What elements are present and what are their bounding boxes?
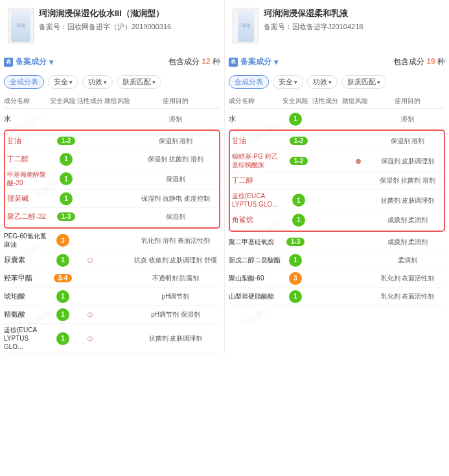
right-name-neopentyl: 新戊二醇二癸酸酯 xyxy=(229,256,281,264)
right-filter-row: 全成分表 安全 功效 肤质匹配 xyxy=(229,75,445,89)
right-purpose-polysorbate: 乳化剂 表面活性剂 xyxy=(370,274,445,282)
left-purpose-water: 溶剂 xyxy=(131,115,220,123)
left-row-peg32: 聚乙二醇-32 1-3 保湿剂 xyxy=(7,208,217,226)
left-row-paraben: 羟苯甲酯 3-4 不透明剂 防腐剂 xyxy=(4,269,220,288)
right-count-number: 19 xyxy=(426,57,435,66)
right-filter-all[interactable]: 全成分表 xyxy=(229,75,269,89)
right-safe-gangyou: 1-2 xyxy=(284,137,314,145)
right-row-cetyl: 鲸蜡基-PG 羟乙基棕榈酰胺 1-2 ☻ 保湿剂 皮肤调理剂 xyxy=(232,150,442,172)
left-safe-peg60: 3 xyxy=(49,234,76,247)
right-row-sorbitan: 山梨坦硬脂酸酯 1 乳化剂 表面活性剂 xyxy=(229,288,445,306)
left-safe-peg32: 1-3 xyxy=(52,212,80,221)
left-name-water: 水 xyxy=(4,114,49,123)
left-filter-efficacy[interactable]: 功效 xyxy=(82,75,113,89)
left-count-unit: 种 xyxy=(213,57,220,66)
left-product-header: 珂润 珂润润浸保湿化妆水III（滋润型） 备案号：国妆网备进字（沪）201900… xyxy=(4,4,220,47)
left-purpose-succinic: pH调节剂 xyxy=(131,292,220,300)
right-purpose-eucalyptus: 抗菌剂 皮肤调理剂 xyxy=(373,196,442,205)
right-row-water: 水 1 溶剂 xyxy=(229,110,445,128)
left-row-betaine: 甜菜碱 1 保湿剂 抗静电 柔度控制 xyxy=(7,190,217,208)
right-highlighted-group: 甘油 1-2 保湿剂 溶剂 鲸蜡基-PG 羟乙基棕榈酰胺 1-2 ☻ 保湿剂 皮… xyxy=(229,130,445,232)
left-safe-succinic: 1 xyxy=(49,290,76,303)
left-filter-skin[interactable]: 肤质匹配 xyxy=(117,75,161,89)
right-safe-sorbitan: 1 xyxy=(281,290,310,303)
right-beian-label: 备案成分 xyxy=(240,56,271,67)
right-table-header: 成分名称 安全风险 活性成分 致痘风险 使用目的 xyxy=(229,94,445,109)
right-count-unit: 种 xyxy=(437,57,445,66)
left-section-title: 表 备案成分 ▾ xyxy=(4,56,53,67)
left-count: 包含成分 12 种 xyxy=(168,56,220,67)
left-purpose-peg60: 乳化剂 溶剂 表面活性剂 xyxy=(131,236,220,245)
left-row-allantoin: 尿囊素 1 ☺ 抗炎 收敛剂 皮肤调理剂 舒缓 xyxy=(4,251,220,269)
left-row-water: 水 溶剂 xyxy=(4,110,220,128)
right-filter-safe[interactable]: 安全 xyxy=(273,75,303,89)
right-purpose-dimethicone: 成膜剂 柔润剂 xyxy=(370,238,445,246)
right-name-dingergol: 丁二醇 xyxy=(232,176,284,185)
left-filter-all[interactable]: 全成分表 xyxy=(4,75,44,89)
left-row-dingergol: 丁二醇 1 保湿剂 抗菌剂 溶剂 xyxy=(7,150,217,168)
right-th-purpose: 使用目的 xyxy=(370,96,445,106)
left-active-eucalyptus: ☺ xyxy=(76,334,104,343)
left-row-gangyou: 甘油 1-2 保湿剂 溶剂 xyxy=(7,132,217,150)
right-safe-dimethicone: 1-3 xyxy=(281,238,310,246)
left-safe-dingergol: 1 xyxy=(52,153,80,166)
right-section-title: 表 备案成分 ▾ xyxy=(229,56,278,67)
right-product-name: 珂润润浸保湿柔和乳液 xyxy=(264,8,441,19)
left-safe-betaine: 1 xyxy=(52,192,80,205)
right-filter-efficacy[interactable]: 功效 xyxy=(307,75,338,89)
right-row-neopentyl: 新戊二醇二癸酸酯 1 柔润剂 xyxy=(229,251,445,269)
left-product-name: 珂润润浸保湿化妆水III（滋润型） xyxy=(39,8,216,19)
right-row-dimethicone: 聚二甲基硅氧烷 1-3 成膜剂 柔润剂 xyxy=(229,233,445,251)
right-name-squalane: 角鲨烷 xyxy=(232,215,284,224)
right-row-dingergol: 丁二醇 保湿剂 抗菌剂 溶剂 xyxy=(232,172,442,190)
left-th-active: 活性成分 xyxy=(76,96,104,106)
left-name-methyl: 甲基葡糖醇聚醚-20 xyxy=(7,170,52,187)
right-name-water: 水 xyxy=(229,114,281,123)
left-purpose-eucalyptus: 抗菌剂 皮肤调理剂 xyxy=(131,334,220,343)
left-safe-arginine: 1 xyxy=(49,308,76,321)
right-product-image: 珂润 xyxy=(233,8,259,43)
left-safe-paraben: 3-4 xyxy=(49,274,76,282)
right-purpose-sorbitan: 乳化剂 表面活性剂 xyxy=(370,292,445,300)
left-name-arginine: 精氨酸 xyxy=(4,310,49,319)
left-dropdown-arrow[interactable]: ▾ xyxy=(49,58,53,67)
right-name-cetyl: 鲸蜡基-PG 羟乙基棕榈酰胺 xyxy=(232,152,284,169)
left-count-number: 12 xyxy=(201,57,210,66)
left-active-arginine: ☺ xyxy=(76,310,104,319)
left-purpose-peg32: 保湿剂 xyxy=(134,212,217,221)
left-th-name: 成分名称 xyxy=(4,96,49,106)
left-name-dingergol: 丁二醇 xyxy=(7,154,52,163)
right-safe-polysorbate: 3 xyxy=(281,272,310,285)
left-product-image: 珂润 xyxy=(8,8,34,43)
right-row-eucalyptus: 蓝桉(EUCALYPTUS GLO... 1 抗菌剂 皮肤调理剂 xyxy=(232,190,442,211)
left-purpose-arginine: pH调节剂 保湿剂 xyxy=(131,310,220,319)
right-name-polysorbate: 聚山梨酯-60 xyxy=(229,274,281,282)
right-th-safe: 安全风险 xyxy=(281,96,310,106)
right-count: 包含成分 19 种 xyxy=(393,56,445,67)
watermark-right3: 美丽修行 xyxy=(237,303,272,330)
left-safe-eucalyptus: 1 xyxy=(49,332,76,345)
right-name-gangyou: 甘油 xyxy=(232,136,284,145)
right-safe-eucalyptus: 1 xyxy=(284,194,314,207)
left-row-eucalyptus: 蓝桉(EUCALYPTUS GLO... 1 ☺ 抗菌剂 皮肤调理剂 xyxy=(4,324,220,354)
right-th-name: 成分名称 xyxy=(229,96,281,106)
left-beian-label: 备案成分 xyxy=(16,56,47,67)
right-acne-cetyl: ☻ xyxy=(343,156,373,166)
right-purpose-squalane: 成膜剂 柔润剂 xyxy=(373,216,442,224)
right-filter-skin[interactable]: 肤质匹配 xyxy=(341,75,386,89)
right-dropdown-arrow[interactable]: ▾ xyxy=(274,58,278,67)
left-purpose-gangyou: 保湿剂 溶剂 xyxy=(134,137,217,145)
right-name-dimethicone: 聚二甲基硅氧烷 xyxy=(229,238,281,246)
left-safe-allantoin: 1 xyxy=(49,254,76,267)
left-count-prefix: 包含成分 xyxy=(168,57,200,66)
left-product-info: 珂润润浸保湿化妆水III（滋润型） 备案号：国妆网备进字（沪）201900031… xyxy=(39,8,216,32)
left-filter-safe[interactable]: 安全 xyxy=(48,75,78,89)
right-row-squalane: 角鲨烷 1 成膜剂 柔润剂 xyxy=(232,211,442,229)
right-product-reg: 备案号：国妆备进字J20104218 xyxy=(264,22,441,32)
left-name-paraben: 羟苯甲酯 xyxy=(4,273,49,282)
right-count-prefix: 包含成分 xyxy=(393,57,424,66)
right-name-sorbitan: 山梨坦硬脂酸酯 xyxy=(229,292,281,300)
left-active-allantoin: ☺ xyxy=(76,255,104,265)
right-row-gangyou: 甘油 1-2 保湿剂 溶剂 xyxy=(232,132,442,150)
left-purpose-methyl: 保湿剂 xyxy=(134,175,217,183)
